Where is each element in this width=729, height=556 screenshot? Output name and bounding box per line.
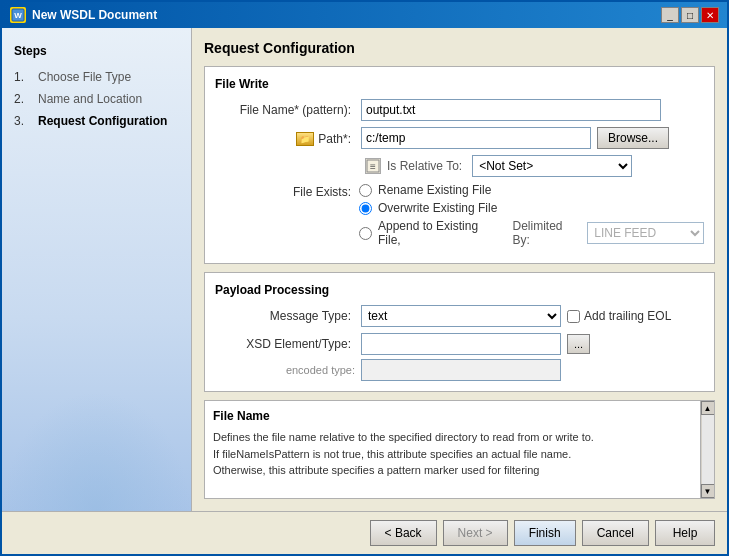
relative-select[interactable]: <Not Set>: [472, 155, 632, 177]
step-label-3: Request Configuration: [38, 114, 167, 128]
filename-label: File Name* (pattern):: [215, 103, 355, 117]
rename-radio-row: Rename Existing File: [359, 183, 704, 197]
overwrite-radio-label: Overwrite Existing File: [378, 201, 497, 215]
line-feed-select[interactable]: LINE FEED: [587, 222, 704, 244]
step-item-1: 1. Choose File Type: [14, 70, 179, 84]
step-label-2: Name and Location: [38, 92, 142, 106]
panel-title: Request Configuration: [204, 40, 715, 56]
append-radio[interactable]: [359, 227, 372, 240]
path-row: 📁 Path*: Browse...: [215, 127, 704, 149]
file-exists-block: File Exists: Rename Existing File Overwr…: [215, 183, 704, 247]
svg-text:≡: ≡: [370, 161, 376, 172]
step-number-2: 2.: [14, 92, 32, 106]
step-label-1: Choose File Type: [38, 70, 131, 84]
scroll-track: [702, 415, 714, 484]
append-radio-label: Append to Existing File,: [378, 219, 501, 247]
close-button[interactable]: ✕: [701, 7, 719, 23]
message-type-select[interactable]: text binary XML: [361, 305, 561, 327]
file-exists-label: File Exists:: [215, 183, 355, 199]
title-bar: W New WSDL Document _ □ ✕: [2, 2, 727, 28]
add-eol-label: Add trailing EOL: [584, 309, 671, 323]
file-write-section: File Write File Name* (pattern): 📁 Path*…: [204, 66, 715, 264]
cancel-button[interactable]: Cancel: [582, 520, 649, 546]
folder-icon: 📁: [296, 132, 314, 146]
footer: < Back Next > Finish Cancel Help: [2, 511, 727, 554]
delimited-by-label: Delimited By:: [513, 219, 582, 247]
right-panel: Request Configuration File Write File Na…: [192, 28, 727, 511]
add-eol-row: Add trailing EOL: [567, 309, 671, 323]
file-exists-radio-group: Rename Existing File Overwrite Existing …: [355, 183, 704, 247]
append-row: Append to Existing File, Delimited By: L…: [359, 219, 704, 247]
filename-row: File Name* (pattern):: [215, 99, 704, 121]
info-text: Defines the file name relative to the sp…: [213, 429, 706, 479]
encoded-input[interactable]: [361, 359, 561, 381]
back-button[interactable]: < Back: [370, 520, 437, 546]
add-eol-checkbox[interactable]: [567, 310, 580, 323]
overwrite-radio[interactable]: [359, 202, 372, 215]
info-box: File Name Defines the file name relative…: [204, 400, 715, 499]
relative-row: ≡ Is Relative To: <Not Set>: [215, 155, 704, 177]
xsd-browse-button[interactable]: ...: [567, 334, 590, 354]
minimize-button[interactable]: _: [661, 7, 679, 23]
main-window: W New WSDL Document _ □ ✕ Steps 1. Choos…: [0, 0, 729, 556]
main-content: Steps 1. Choose File Type 2. Name and Lo…: [2, 28, 727, 511]
message-type-row: Message Type: text binary XML Add traili…: [215, 305, 704, 327]
path-input[interactable]: [361, 127, 591, 149]
info-box-title: File Name: [213, 409, 706, 423]
relative-checkbox-icon: ≡: [365, 158, 381, 174]
relative-label: Is Relative To:: [387, 159, 462, 173]
xsd-row: XSD Element/Type: ...: [215, 333, 704, 355]
step-number-1: 1.: [14, 70, 32, 84]
window-icon: W: [10, 7, 26, 23]
svg-text:W: W: [14, 11, 22, 20]
file-write-title: File Write: [215, 77, 704, 91]
window-title: New WSDL Document: [32, 8, 157, 22]
sidebar: Steps 1. Choose File Type 2. Name and Lo…: [2, 28, 192, 511]
scrollbar[interactable]: ▲ ▼: [700, 401, 714, 498]
payload-title: Payload Processing: [215, 283, 704, 297]
encoded-label: encoded type:: [225, 364, 355, 376]
browse-button[interactable]: Browse...: [597, 127, 669, 149]
title-bar-left: W New WSDL Document: [10, 7, 157, 23]
next-button[interactable]: Next >: [443, 520, 508, 546]
path-label: 📁 Path*:: [215, 131, 355, 146]
scroll-up-button[interactable]: ▲: [701, 401, 715, 415]
steps-heading: Steps: [14, 44, 179, 58]
xsd-input[interactable]: [361, 333, 561, 355]
scroll-down-button[interactable]: ▼: [701, 484, 715, 498]
help-button[interactable]: Help: [655, 520, 715, 546]
title-controls: _ □ ✕: [661, 7, 719, 23]
rename-radio[interactable]: [359, 184, 372, 197]
step-number-3: 3.: [14, 114, 32, 128]
xsd-label: XSD Element/Type:: [215, 337, 355, 351]
sidebar-decoration: [2, 391, 191, 511]
filename-input[interactable]: [361, 99, 661, 121]
rename-radio-label: Rename Existing File: [378, 183, 491, 197]
maximize-button[interactable]: □: [681, 7, 699, 23]
encoded-row: encoded type:: [215, 359, 704, 381]
steps-list: 1. Choose File Type 2. Name and Location…: [14, 70, 179, 128]
payload-section: Payload Processing Message Type: text bi…: [204, 272, 715, 392]
step-item-2: 2. Name and Location: [14, 92, 179, 106]
message-type-label: Message Type:: [215, 309, 355, 323]
finish-button[interactable]: Finish: [514, 520, 576, 546]
step-item-3: 3. Request Configuration: [14, 114, 179, 128]
overwrite-radio-row: Overwrite Existing File: [359, 201, 704, 215]
